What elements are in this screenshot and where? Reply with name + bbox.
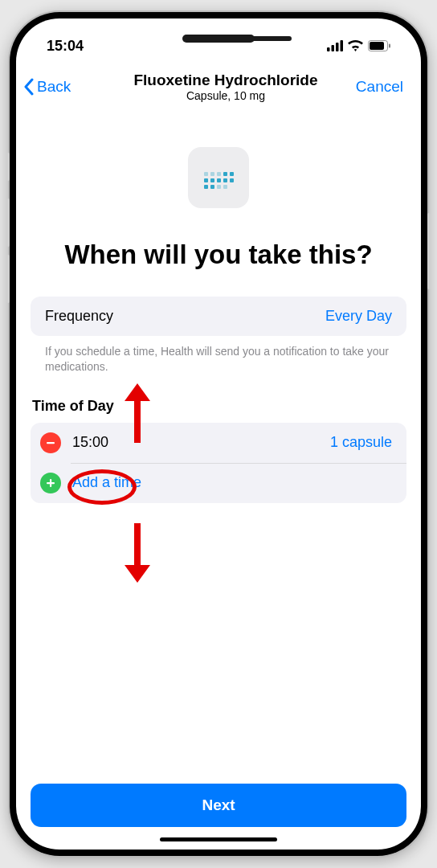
status-time: 15:04 [47, 38, 84, 55]
battery-icon [368, 40, 390, 51]
time-value[interactable]: 15:00 [72, 434, 319, 451]
svg-rect-7 [47, 442, 55, 444]
chevron-left-icon [22, 78, 35, 96]
calendar-icon [188, 147, 249, 208]
svg-rect-0 [327, 47, 330, 51]
wifi-icon [348, 40, 363, 51]
svg-rect-5 [370, 42, 384, 50]
frequency-value: Every Day [325, 308, 392, 325]
nav-subtitle: Capsule, 10 mg [103, 89, 349, 102]
time-section-header: Time of Day [31, 398, 406, 415]
home-indicator[interactable] [160, 837, 277, 841]
svg-rect-2 [336, 43, 339, 51]
time-row[interactable]: 15:00 1 capsule [31, 423, 406, 463]
cancel-button[interactable]: Cancel [349, 78, 413, 96]
next-button[interactable]: Next [31, 784, 406, 827]
frequency-label: Frequency [45, 308, 113, 325]
status-icons [327, 40, 390, 51]
navigation-bar: Back Fluoxetine Hydrochloride Capsule, 1… [16, 63, 421, 111]
add-time-row[interactable]: Add a time [31, 463, 406, 503]
nav-title: Fluoxetine Hydrochloride [103, 72, 349, 89]
plus-icon [45, 477, 56, 489]
cellular-icon [327, 40, 343, 51]
status-bar: 15:04 [16, 18, 421, 63]
time-list: 15:00 1 capsule Add a time [31, 423, 406, 503]
svg-rect-3 [341, 40, 344, 51]
back-label: Back [37, 78, 71, 96]
back-button[interactable]: Back [22, 78, 103, 96]
remove-time-button[interactable] [40, 432, 61, 453]
hint-text: If you schedule a time, Health will send… [31, 336, 406, 375]
dose-value[interactable]: 1 capsule [330, 434, 392, 451]
svg-rect-6 [389, 44, 390, 48]
add-time-button[interactable] [40, 473, 61, 493]
page-headline: When will you take this? [31, 239, 406, 271]
svg-rect-9 [47, 482, 55, 484]
frequency-row[interactable]: Frequency Every Day [31, 297, 406, 336]
hero-icon [31, 147, 406, 208]
minus-icon [45, 437, 56, 448]
add-time-label: Add a time [72, 474, 141, 491]
svg-rect-1 [332, 45, 335, 51]
